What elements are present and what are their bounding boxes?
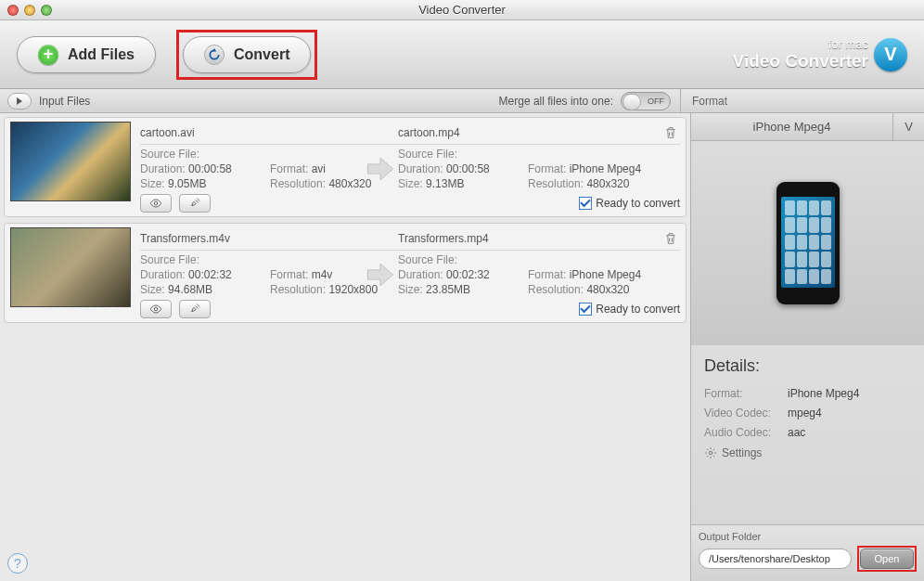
format-variant-tab[interactable]: V	[892, 113, 924, 141]
output-filename: Transformers.mp4	[398, 232, 661, 245]
file-list: cartoon.avi cartoon.mp4 Source File: Dur…	[0, 113, 690, 581]
help-button[interactable]: ?	[7, 553, 28, 574]
open-highlight: Open	[857, 546, 917, 572]
convert-icon	[204, 45, 225, 65]
arrow-icon	[363, 259, 398, 290]
video-thumbnail[interactable]	[10, 227, 131, 307]
format-panel: iPhone Mpeg4 V Details: Format:iPhone Mp…	[690, 113, 924, 581]
brand-subtitle: for mac	[733, 37, 868, 51]
format-header[interactable]: iPhone Mpeg4 V	[691, 113, 924, 141]
file-item[interactable]: Transformers.m4v Transformers.mp4 Source…	[4, 223, 687, 323]
delete-button[interactable]	[661, 229, 680, 248]
svg-point-1	[154, 307, 158, 311]
branding: for mac Video Converter V	[733, 37, 907, 71]
checkbox-icon[interactable]	[579, 303, 592, 316]
add-files-label: Add Files	[68, 46, 135, 63]
details-heading: Details:	[704, 356, 911, 376]
convert-highlight: Convert	[176, 30, 317, 80]
arrow-icon	[363, 153, 398, 185]
ready-indicator[interactable]: Ready to convert	[579, 197, 680, 210]
plus-icon: +	[38, 45, 58, 65]
output-filename: cartoon.mp4	[398, 126, 661, 139]
source-filename: Transformers.m4v	[140, 232, 398, 245]
details-section: Details: Format:iPhone Mpeg4 Video Codec…	[691, 345, 924, 465]
preview-button[interactable]	[140, 194, 172, 213]
merge-toggle[interactable]: OFF	[621, 92, 671, 110]
delete-button[interactable]	[661, 123, 680, 142]
device-preview	[691, 141, 924, 345]
edit-button[interactable]	[179, 300, 211, 318]
svg-point-0	[154, 201, 158, 205]
format-section-label: Format	[681, 95, 727, 108]
output-folder-label: Output Folder	[699, 531, 917, 542]
section-bar: Input Files Merge all files into one: OF…	[0, 89, 924, 113]
add-files-button[interactable]: + Add Files	[17, 36, 156, 73]
svg-point-2	[709, 451, 712, 455]
selected-format-name: iPhone Mpeg4	[691, 120, 892, 134]
input-files-label: Input Files	[39, 95, 90, 108]
brand-title: Video Converter	[733, 51, 868, 71]
convert-button[interactable]: Convert	[183, 36, 311, 73]
merge-label: Merge all files into one:	[499, 95, 613, 108]
settings-button[interactable]: Settings	[704, 446, 911, 459]
toolbar: + Add Files Convert for mac Video Conver…	[0, 20, 924, 89]
window-title: Video Converter	[0, 3, 924, 17]
edit-button[interactable]	[179, 194, 211, 213]
iphone-icon	[776, 182, 840, 304]
video-thumbnail[interactable]	[10, 122, 131, 201]
brand-logo-icon: V	[874, 38, 907, 71]
title-bar: Video Converter	[0, 0, 924, 20]
source-filename: cartoon.avi	[140, 126, 398, 139]
convert-label: Convert	[234, 46, 289, 63]
output-path-field[interactable]: /Users/tenorshare/Desktop	[699, 549, 852, 569]
ready-indicator[interactable]: Ready to convert	[579, 303, 680, 316]
checkbox-icon[interactable]	[579, 197, 592, 210]
play-all-button[interactable]	[7, 93, 32, 110]
file-item[interactable]: cartoon.avi cartoon.mp4 Source File: Dur…	[4, 117, 687, 217]
gear-icon	[704, 446, 717, 459]
output-folder-section: Output Folder /Users/tenorshare/Desktop …	[691, 524, 924, 581]
preview-button[interactable]	[140, 300, 172, 318]
open-folder-button[interactable]: Open	[860, 549, 914, 569]
